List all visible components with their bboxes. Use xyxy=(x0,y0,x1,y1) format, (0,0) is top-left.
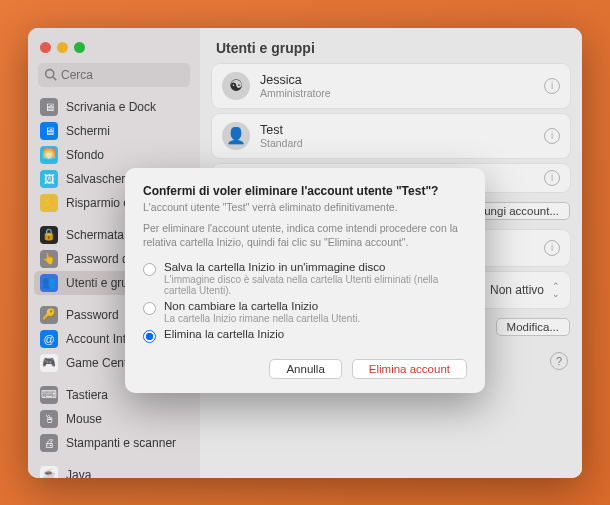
delete-account-button[interactable]: Elimina account xyxy=(352,359,467,379)
radio-button[interactable] xyxy=(143,330,156,343)
radio-body: Non cambiare la cartella InizioLa cartel… xyxy=(164,300,467,324)
settings-window: 🖥Scrivania e Dock🖥Schermi🌅Sfondo🖼Salvasc… xyxy=(28,28,582,478)
radio-button[interactable] xyxy=(143,302,156,315)
dialog-title: Confermi di voler eliminare l'account ut… xyxy=(143,184,467,198)
radio-help: La cartella Inizio rimane nella cartella… xyxy=(164,313,467,324)
delete-user-dialog: Confermi di voler eliminare l'account ut… xyxy=(125,168,485,393)
dialog-subtitle: L'account utente "Test" verrà eliminato … xyxy=(143,201,467,213)
radio-label: Non cambiare la cartella Inizio xyxy=(164,300,467,312)
radio-help: L'immagine disco è salvata nella cartell… xyxy=(164,274,467,296)
radio-option[interactable]: Salva la cartella Inizio in un'immagine … xyxy=(143,259,467,298)
dialog-description: Per eliminare l'account utente, indica c… xyxy=(143,221,467,249)
radio-button[interactable] xyxy=(143,263,156,276)
cancel-button[interactable]: Annulla xyxy=(269,359,341,379)
radio-label: Salva la cartella Inizio in un'immagine … xyxy=(164,261,467,273)
radio-body: Salva la cartella Inizio in un'immagine … xyxy=(164,261,467,296)
radio-option[interactable]: Non cambiare la cartella InizioLa cartel… xyxy=(143,298,467,326)
modal-overlay: Confermi di voler eliminare l'account ut… xyxy=(28,28,582,478)
radio-label: Elimina la cartella Inizio xyxy=(164,328,467,340)
dialog-radio-group: Salva la cartella Inizio in un'immagine … xyxy=(143,259,467,345)
radio-body: Elimina la cartella Inizio xyxy=(164,328,467,340)
radio-option[interactable]: Elimina la cartella Inizio xyxy=(143,326,467,345)
